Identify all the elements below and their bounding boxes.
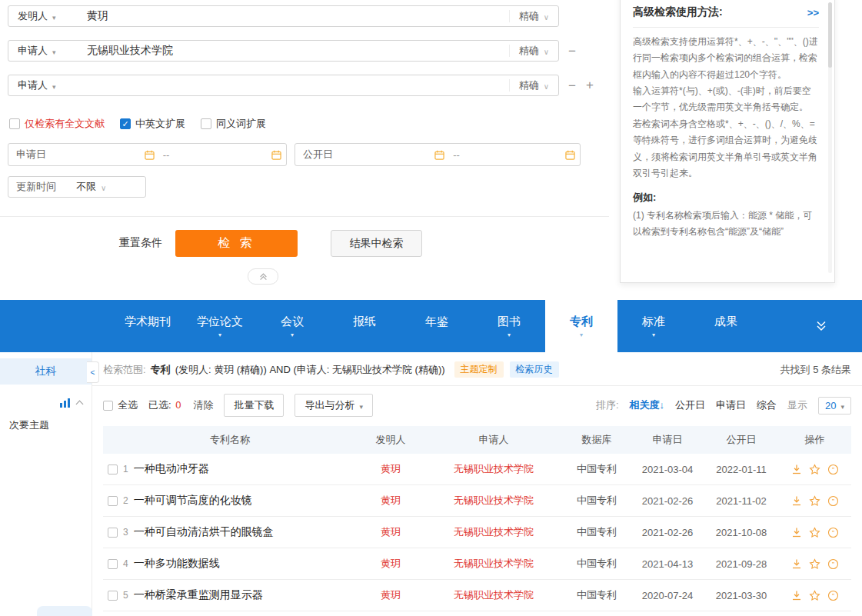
bar-chart-icon[interactable] [60,398,70,408]
inventor-link[interactable]: 黄玥 [381,463,401,474]
add-row-button[interactable]: + [586,78,594,92]
selected-label: 已选: [148,399,171,411]
row-checkbox[interactable] [108,528,118,538]
sidebar-category-social-science[interactable]: 社科 [0,358,92,385]
match-mode-value: 精确 [519,78,539,92]
chevron-up-icon[interactable] [76,401,84,408]
svg-text:”: ” [832,528,834,536]
update-time-select[interactable]: 更新时间 不限 [8,176,146,198]
checkbox-unchecked[interactable] [201,118,211,129]
download-icon[interactable] [791,464,802,475]
favorite-icon[interactable] [809,464,820,475]
apply-date-cell: 2020-07-24 [631,590,704,601]
row-checkbox[interactable] [108,559,118,569]
inventor-link[interactable]: 黄玥 [381,494,401,506]
sort-publish-date[interactable]: 公开日 [675,398,705,412]
database-cell: 中国专利 [563,462,631,476]
tab-achievement[interactable]: 成果 [690,300,762,352]
cite-icon[interactable]: ” [827,558,839,570]
applicant-link[interactable]: 无锡职业技术学院 [454,494,534,506]
tab-book[interactable]: 图书 [473,300,545,352]
inventor-link[interactable]: 黄玥 [381,589,401,601]
match-mode-select-2[interactable]: 精确 [509,45,558,57]
cn-en-expand-option[interactable]: 中英文扩展 [120,117,185,131]
scrollbar-thumb[interactable] [828,2,832,68]
sort-relevance[interactable]: 相关度↓ [630,398,665,412]
patent-title-link[interactable]: 一种电动冲牙器 [134,462,209,476]
favorite-icon[interactable] [809,590,820,601]
calendar-icon[interactable] [145,150,155,160]
export-analyze-button[interactable]: 导出与分析 [295,394,373,417]
search-history-button[interactable]: 检索历史 [510,361,559,378]
remove-row-button[interactable]: − [568,79,576,92]
download-icon[interactable] [791,527,802,538]
synonym-expand-option[interactable]: 同义词扩展 [201,117,266,131]
favorite-icon[interactable] [809,558,820,570]
selected-info: 已选: 0 [148,398,182,412]
tab-thesis[interactable]: 学位论文 [184,300,256,352]
applicant-link[interactable]: 无锡职业技术学院 [454,589,534,601]
calendar-icon[interactable] [565,150,575,160]
applicant-link[interactable]: 无锡职业技术学院 [454,526,534,538]
sort-apply-date[interactable]: 申请日 [716,398,746,412]
tab-conference[interactable]: 会议 [256,300,328,352]
collapse-form-button[interactable] [248,268,278,285]
clear-selection-link[interactable]: 清除 [193,398,213,412]
calendar-icon[interactable] [434,150,444,160]
download-icon[interactable] [791,495,802,507]
inventor-link[interactable]: 黄玥 [381,558,401,569]
cite-icon[interactable]: ” [827,590,839,601]
sort-comprehensive[interactable]: 综合 [757,398,777,412]
inventor-link[interactable]: 黄玥 [381,526,401,538]
cite-icon[interactable]: ” [827,495,839,507]
row-checkbox[interactable] [108,496,118,506]
match-mode-select-1[interactable]: 精确 [509,10,558,22]
tab-standard[interactable]: 标准 [617,300,690,352]
applicant-link[interactable]: 无锡职业技术学院 [454,558,534,569]
row-checkbox[interactable] [108,591,118,601]
sidebar-section-secondary-topic[interactable]: 次要主题 [0,418,92,432]
checkbox-unchecked[interactable] [9,118,20,129]
patent-title-link[interactable]: 一种桥梁承重监测用显示器 [134,588,263,602]
fulltext-only-option[interactable]: 仅检索有全文文献 [9,117,105,131]
favorite-icon[interactable] [809,495,820,507]
search-button[interactable]: 检 索 [175,230,298,257]
field-select-applicant-2[interactable]: 申请人 [8,78,81,92]
favorite-icon[interactable] [809,527,820,538]
tab-patent[interactable]: 专利 [545,300,617,352]
divider [633,27,819,28]
field-select-applicant-1[interactable]: 申请人 [8,44,81,58]
cite-icon[interactable]: ” [827,464,839,475]
download-icon[interactable] [791,558,802,570]
reset-conditions-link[interactable]: 重置条件 [119,236,162,250]
cite-icon[interactable]: ” [827,527,839,538]
row-checkbox[interactable] [108,464,118,474]
search-term-input-1[interactable]: 黄玥 [81,9,509,23]
page-size-select[interactable]: 20 [818,397,851,415]
search-in-results-button[interactable]: 结果中检索 [331,230,422,257]
tab-journal[interactable]: 学术期刊 [111,300,184,352]
search-term-input-2[interactable]: 无锡职业技术学院 [81,44,509,58]
batch-download-button[interactable]: 批量下载 [224,394,284,417]
patent-title-link[interactable]: 一种可调节高度的化妆镜 [134,494,252,508]
download-icon[interactable] [791,590,802,601]
checkbox-checked[interactable] [120,118,131,129]
tab-yearbook[interactable]: 年鉴 [401,300,473,352]
select-all-checkbox[interactable] [103,401,113,411]
help-more-link[interactable]: >> [807,7,819,18]
patent-title-link[interactable]: 一种可自动清洁烘干的眼镜盒 [134,525,274,539]
calendar-icon[interactable] [271,150,281,160]
topic-customize-button[interactable]: 主题定制 [454,361,504,378]
collapsed-panel-stub[interactable] [37,606,92,616]
select-all-control[interactable]: 全选 [103,398,138,412]
patent-title-link[interactable]: 一种多功能数据线 [134,557,220,571]
field-select-inventor[interactable]: 发明人 [8,9,81,23]
remove-row-button[interactable]: − [568,45,576,58]
row-index: 1 [123,464,128,474]
more-resources-button[interactable] [813,318,830,337]
button-label: 导出与分析 [305,398,354,412]
match-mode-select-3[interactable]: 精确 [509,79,558,92]
applicant-link[interactable]: 无锡职业技术学院 [454,463,534,474]
tab-newspaper[interactable]: 报纸 [328,300,401,352]
sidebar-collapse-handle[interactable]: < [87,361,99,383]
